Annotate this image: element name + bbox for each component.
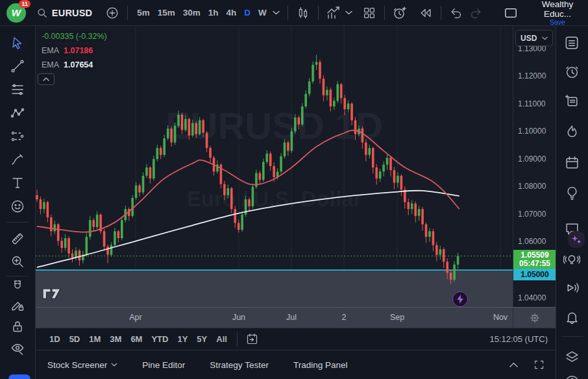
server-clock[interactable]: 15:12:05 (UTC)	[489, 334, 548, 344]
time-tick: Sep	[390, 313, 404, 322]
range-ytd[interactable]: YTD	[147, 334, 173, 344]
ruler-icon	[10, 231, 25, 247]
xabcd-pattern-icon	[10, 105, 25, 121]
range-all[interactable]: All	[212, 334, 232, 344]
alerts-button[interactable]	[562, 62, 582, 81]
timeframe-1h[interactable]: 1h	[204, 8, 223, 18]
chevron-down-icon	[273, 10, 280, 15]
range-6m[interactable]: 6M	[126, 334, 147, 344]
symbol-search-button[interactable]	[35, 3, 49, 23]
tab-label: Strategy Tester	[210, 360, 269, 370]
alert-clock-plus-icon	[392, 5, 408, 21]
timeframe-1d[interactable]: D	[240, 8, 254, 18]
time-tick: Jul	[286, 313, 297, 322]
save-button[interactable]: Save	[527, 18, 588, 26]
play-waves-icon	[564, 280, 580, 296]
ai-assistant-button[interactable]	[568, 231, 585, 248]
event-marker-badge[interactable]	[452, 291, 468, 307]
text-tool-button[interactable]	[8, 173, 27, 193]
layout-name[interactable]: Wealthy Educ...	[527, 0, 588, 19]
ideas-button[interactable]	[562, 183, 582, 202]
toolbar-separator	[384, 6, 385, 20]
drawing-mode-lock-button[interactable]	[8, 295, 27, 315]
trend-line-tool-button[interactable]	[8, 56, 27, 76]
tab-strategy-tester[interactable]: Strategy Tester	[210, 360, 269, 370]
price-axis[interactable]: USD 1.13000 1.12000 1.11000 1.10000 1.09…	[513, 26, 556, 307]
tradingview-logo[interactable]	[42, 287, 65, 302]
time-axis[interactable]: Apr Jun Jul 2 Sep Nov	[36, 307, 513, 328]
hotlists-button[interactable]	[562, 122, 582, 141]
legend-ema-fast-row[interactable]: EMA1.07186	[38, 45, 97, 56]
layout-grid-button[interactable]	[360, 3, 380, 23]
cursor-icon	[10, 35, 25, 51]
notifications-button[interactable]	[562, 307, 582, 326]
measure-tool-button[interactable]	[8, 229, 27, 249]
emoji-tool-button[interactable]	[8, 197, 27, 216]
calendar-button[interactable]	[562, 153, 582, 172]
time-tick: Jun	[232, 313, 245, 322]
forecast-tool-button[interactable]	[8, 127, 27, 146]
frame-icon	[504, 6, 518, 19]
brush-tool-button[interactable]	[8, 150, 27, 169]
layout-save-cluster[interactable]: Wealthy Educ... Save	[527, 0, 588, 26]
range-3m[interactable]: 3M	[105, 334, 126, 344]
right-sidebar	[556, 26, 588, 379]
help-button[interactable]	[562, 372, 582, 379]
price-tick: 1.04000	[518, 293, 546, 302]
pattern-tool-button[interactable]	[8, 103, 27, 123]
tab-stock-screener[interactable]: Stock Screener	[47, 360, 117, 370]
timeframe-30m[interactable]: 30m	[179, 8, 204, 18]
timeframe-15m[interactable]: 15m	[154, 8, 179, 18]
range-5y[interactable]: 5Y	[192, 334, 212, 344]
timeframe-4h[interactable]: 4h	[223, 8, 241, 18]
cursor-tool-button[interactable]	[8, 33, 27, 53]
fib-retracement-tool-button[interactable]	[8, 80, 27, 99]
timeframe-5m[interactable]: 5m	[133, 8, 154, 18]
compare-add-button[interactable]	[103, 3, 122, 23]
range-1y[interactable]: 1Y	[173, 334, 192, 344]
indicators-dropdown-button[interactable]	[343, 3, 355, 23]
support-chat-button-partial[interactable]	[8, 374, 31, 379]
zoom-in-tool-button[interactable]	[8, 252, 27, 271]
currency-value: USD	[521, 34, 537, 43]
legend-ema-slow-row[interactable]: EMA1.07654	[38, 59, 97, 71]
magnet-mode-button[interactable]	[8, 276, 27, 296]
drawing-toolbar	[0, 26, 36, 379]
legend-collapse-button[interactable]	[38, 73, 55, 85]
currency-selector[interactable]: USD	[515, 30, 553, 46]
hide-drawings-button[interactable]	[8, 339, 27, 358]
live-ideas-button[interactable]	[562, 250, 582, 269]
layout-frame-button[interactable]	[501, 3, 521, 23]
watchlist-button[interactable]	[562, 33, 582, 53]
tab-trading-panel[interactable]: Trading Panel	[293, 360, 348, 370]
timeframe-dropdown-button[interactable]	[271, 3, 282, 23]
calendar-goto-icon	[245, 332, 259, 346]
broker-logo[interactable]: W 11	[6, 3, 26, 23]
range-1d[interactable]: 1D	[45, 334, 65, 344]
news-button[interactable]	[562, 91, 582, 110]
range-5d[interactable]: 5D	[65, 334, 85, 344]
symbol-name[interactable]: EURUSD	[52, 8, 92, 18]
bar-replay-button[interactable]	[416, 3, 435, 23]
indicators-button[interactable]	[324, 3, 343, 23]
emoji-icon	[10, 199, 25, 214]
maximize-panel-button[interactable]	[532, 358, 546, 372]
tab-pine-editor[interactable]: Pine Editor	[142, 360, 185, 370]
price-tick: 1.12000	[518, 71, 546, 80]
redo-button[interactable]	[466, 3, 485, 23]
legend-change-row[interactable]: -0.00335 (-0.32%)	[38, 31, 111, 42]
chevron-up-icon	[43, 77, 49, 81]
axis-settings-corner[interactable]	[513, 307, 556, 328]
lock-all-drawings-button[interactable]	[8, 317, 27, 336]
object-tree-button[interactable]	[562, 347, 582, 366]
range-1m[interactable]: 1M	[84, 334, 105, 344]
go-to-date-button[interactable]	[243, 330, 262, 349]
ema-label: EMA	[42, 60, 59, 69]
expand-panel-button[interactable]	[506, 358, 521, 372]
timeframe-1w[interactable]: W	[254, 8, 271, 18]
create-alert-button[interactable]	[390, 3, 410, 23]
streams-button[interactable]	[562, 278, 582, 297]
calendar-icon	[564, 154, 580, 171]
chart-style-button[interactable]	[293, 3, 313, 23]
undo-button[interactable]	[447, 3, 466, 23]
